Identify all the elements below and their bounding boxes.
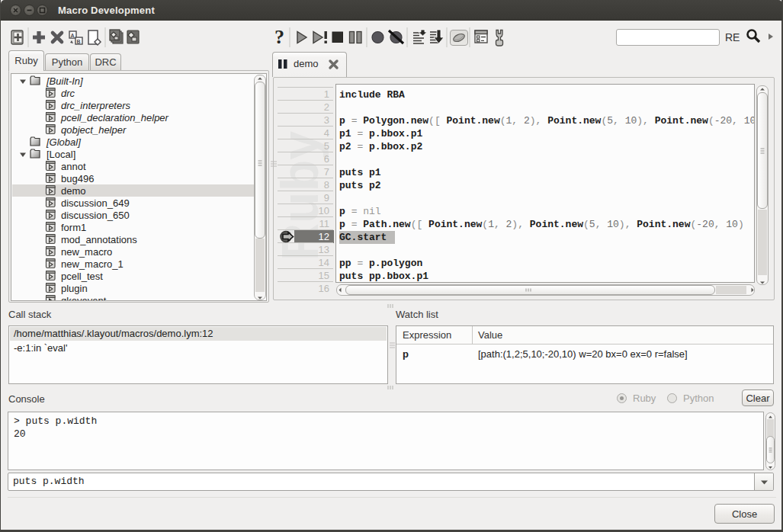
svg-text:?: ?	[274, 26, 284, 48]
svg-text:A: A	[71, 33, 75, 38]
svg-text:B: B	[77, 39, 81, 44]
